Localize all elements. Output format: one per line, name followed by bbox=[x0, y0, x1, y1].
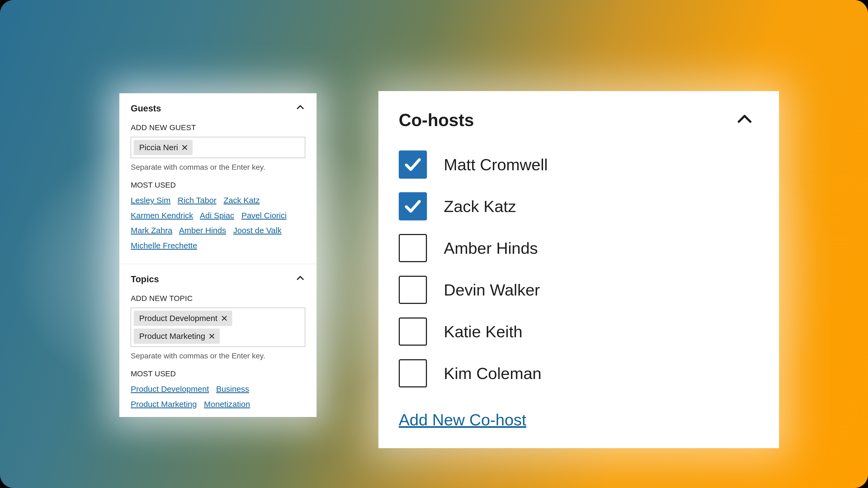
close-icon[interactable] bbox=[220, 314, 228, 322]
topic-most-used-link[interactable]: Product Development bbox=[131, 384, 209, 393]
cohost-name: Devin Walker bbox=[444, 281, 540, 299]
cohost-checkbox[interactable] bbox=[399, 359, 427, 387]
topics-title: Topics bbox=[131, 274, 159, 284]
chevron-up-icon bbox=[736, 111, 753, 129]
guests-most-used-list: Lesley Sim Rich Tabor Zack Katz Karmen K… bbox=[119, 193, 316, 253]
add-new-cohost-link[interactable]: Add New Co-host bbox=[399, 411, 526, 429]
guest-chip-label: Piccia Neri bbox=[139, 143, 178, 152]
cohost-name: Amber Hinds bbox=[444, 239, 538, 258]
topic-chip: Product Development bbox=[134, 311, 232, 326]
cohost-checkbox[interactable] bbox=[399, 276, 427, 304]
cohost-item[interactable]: Katie Keith bbox=[399, 311, 759, 352]
guest-most-used-link[interactable]: Adi Spiac bbox=[200, 211, 235, 220]
cohost-item[interactable]: Devin Walker bbox=[399, 269, 759, 311]
guest-most-used-link[interactable]: Lesley Sim bbox=[131, 196, 170, 205]
topics-panel-header[interactable]: Topics bbox=[119, 264, 316, 294]
guest-tag-input[interactable]: Piccia Neri bbox=[131, 137, 305, 158]
topic-most-used-link[interactable]: Business bbox=[216, 384, 249, 393]
cohost-name: Zack Katz bbox=[444, 197, 516, 216]
chevron-up-icon bbox=[296, 273, 305, 285]
cohosts-title: Co-hosts bbox=[399, 110, 474, 130]
cohosts-panel: Co-hosts Matt CromwellZack KatzAmber Hin… bbox=[378, 91, 779, 448]
topics-most-used-label: MOST USED bbox=[119, 369, 316, 382]
topic-chip-label: Product Development bbox=[139, 314, 218, 323]
gradient-backdrop: Guests ADD NEW GUEST Piccia Neri Separat… bbox=[0, 0, 868, 488]
close-icon[interactable] bbox=[181, 143, 189, 152]
cohost-checkbox[interactable] bbox=[399, 318, 427, 346]
add-new-topic-label: ADD NEW TOPIC bbox=[119, 294, 316, 308]
guest-most-used-link[interactable]: Michelle Frechette bbox=[131, 241, 197, 250]
cohost-item[interactable]: Kim Coleman bbox=[399, 352, 759, 394]
cohost-checkbox[interactable] bbox=[399, 151, 427, 178]
cohosts-panel-header[interactable]: Co-hosts bbox=[378, 91, 779, 144]
guest-most-used-link[interactable]: Mark Zahra bbox=[131, 226, 172, 235]
cohost-name: Katie Keith bbox=[444, 322, 522, 341]
guests-panel-header[interactable]: Guests bbox=[119, 93, 316, 123]
guest-most-used-link[interactable]: Zack Katz bbox=[223, 196, 259, 205]
cohost-item[interactable]: Zack Katz bbox=[399, 186, 759, 227]
guest-most-used-link[interactable]: Amber Hinds bbox=[179, 226, 226, 235]
cohost-name: Kim Coleman bbox=[444, 364, 541, 383]
guests-title: Guests bbox=[131, 103, 161, 113]
topic-most-used-link[interactable]: Product Marketing bbox=[131, 400, 197, 409]
cohost-name: Matt Cromwell bbox=[444, 155, 548, 174]
topics-most-used-list: Product Development Business Product Mar… bbox=[119, 382, 316, 412]
cohost-item[interactable]: Matt Cromwell bbox=[399, 144, 759, 186]
guest-helper-text: Separate with commas or the Enter key. bbox=[119, 163, 316, 181]
topic-helper-text: Separate with commas or the Enter key. bbox=[119, 352, 316, 369]
guest-chip: Piccia Neri bbox=[134, 140, 193, 155]
topic-most-used-link[interactable]: Monetization bbox=[204, 400, 250, 409]
cohost-checkbox[interactable] bbox=[399, 234, 427, 262]
taxonomy-sidebar: Guests ADD NEW GUEST Piccia Neri Separat… bbox=[119, 93, 316, 417]
guest-most-used-link[interactable]: Karmen Kendrick bbox=[131, 211, 193, 220]
guest-most-used-link[interactable]: Joost de Valk bbox=[233, 226, 282, 235]
cohosts-list: Matt CromwellZack KatzAmber HindsDevin W… bbox=[378, 144, 779, 394]
cohost-checkbox[interactable] bbox=[399, 192, 427, 220]
topic-tag-input[interactable]: Product DevelopmentProduct Marketing bbox=[131, 308, 305, 347]
guests-panel: Guests ADD NEW GUEST Piccia Neri Separat… bbox=[119, 93, 316, 264]
guest-most-used-link[interactable]: Rich Tabor bbox=[178, 196, 216, 205]
close-icon[interactable] bbox=[208, 332, 216, 340]
cohost-item[interactable]: Amber Hinds bbox=[399, 227, 759, 269]
topics-panel: Topics ADD NEW TOPIC Product Development… bbox=[119, 264, 316, 417]
add-new-guest-label: ADD NEW GUEST bbox=[119, 123, 316, 137]
guests-most-used-label: MOST USED bbox=[119, 181, 316, 193]
guest-most-used-link[interactable]: Pavel Ciorici bbox=[241, 211, 287, 220]
topic-chip-label: Product Marketing bbox=[139, 332, 205, 341]
chevron-up-icon bbox=[296, 102, 305, 114]
topic-chip: Product Marketing bbox=[134, 329, 220, 344]
